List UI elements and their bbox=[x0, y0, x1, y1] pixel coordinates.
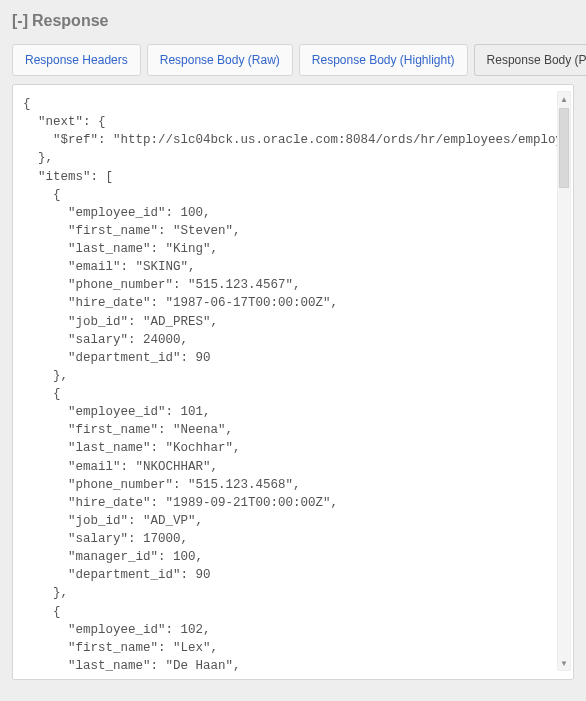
response-panel: [-] Response Response Headers Response B… bbox=[0, 0, 586, 680]
scrollbar-up-arrow-icon[interactable]: ▲ bbox=[558, 92, 570, 106]
scrollbar-thumb[interactable] bbox=[559, 108, 569, 188]
response-content-box: { "next": { "$ref": "http://slc04bck.us.… bbox=[12, 84, 574, 680]
tab-response-body-highlight[interactable]: Response Body (Highlight) bbox=[299, 44, 468, 76]
panel-header: [-] Response bbox=[12, 12, 574, 30]
tab-response-body-raw[interactable]: Response Body (Raw) bbox=[147, 44, 293, 76]
tabs-row: Response Headers Response Body (Raw) Res… bbox=[12, 44, 574, 76]
tab-response-headers[interactable]: Response Headers bbox=[12, 44, 141, 76]
panel-title-text: Response bbox=[32, 12, 108, 30]
scrollbar-down-arrow-icon[interactable]: ▼ bbox=[558, 656, 570, 670]
json-preview-text: { "next": { "$ref": "http://slc04bck.us.… bbox=[23, 95, 563, 675]
collapse-toggle-icon[interactable]: [-] bbox=[12, 12, 28, 30]
vertical-scrollbar[interactable]: ▲ ▼ bbox=[557, 91, 571, 671]
tab-response-body-preview[interactable]: Response Body (Preview) bbox=[474, 44, 586, 76]
